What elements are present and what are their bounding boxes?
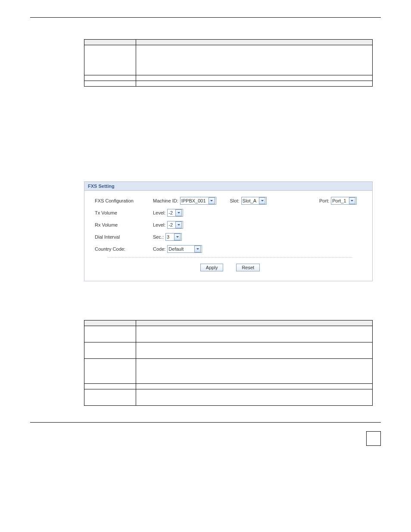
- apply-button[interactable]: Apply: [200, 264, 224, 271]
- port-label: Port:: [319, 198, 329, 203]
- top-r3-label: [84, 81, 136, 87]
- bottom-definition-table: [84, 320, 373, 406]
- tx-level-label: Level:: [153, 210, 165, 215]
- table-row: [84, 389, 373, 406]
- fxs-setting-panel: FXS Setting FXS Configuration Machine ID…: [84, 181, 373, 281]
- dial-sec-label: Sec.:: [153, 234, 164, 240]
- chevron-down-icon: [174, 233, 181, 240]
- fxs-tx-row: Tx Volume Level: -2: [95, 209, 365, 217]
- dial-interval-label: Dial Interval: [95, 234, 153, 240]
- port-value: Port_1: [332, 198, 348, 203]
- machine-id-label: Machine ID:: [153, 198, 178, 203]
- machine-id-select[interactable]: IPPBX_001: [180, 197, 216, 205]
- bot-r4-desc: [136, 384, 373, 389]
- bottom-table-header-1: [84, 320, 136, 326]
- tx-level-value: -2: [168, 210, 174, 215]
- top-divider: [30, 17, 381, 18]
- dial-sec-value: 3: [167, 234, 173, 240]
- bot-r3-desc: [136, 359, 373, 384]
- tx-level-select[interactable]: -2: [167, 209, 183, 217]
- chevron-down-icon: [349, 197, 355, 204]
- country-code-label: Country Code:: [95, 246, 153, 252]
- bot-r3-label: [84, 359, 136, 384]
- top-table-header-1: [84, 40, 136, 45]
- fxs-rx-row: Rx Volume Level: -2: [95, 221, 365, 229]
- table-row: [84, 75, 373, 81]
- chevron-down-icon: [259, 197, 265, 204]
- country-code-code-label: Code:: [153, 246, 165, 252]
- rx-level-select[interactable]: -2: [167, 221, 183, 229]
- country-code-select[interactable]: Default: [167, 245, 202, 253]
- table-row: [84, 326, 373, 342]
- top-r1-desc: [136, 45, 373, 75]
- bot-r2-desc: [136, 342, 373, 359]
- port-select[interactable]: Port_1: [331, 197, 356, 205]
- country-code-value: Default: [168, 246, 193, 252]
- slot-label: Slot:: [230, 198, 240, 203]
- bot-r5-desc: [136, 389, 373, 406]
- slot-select[interactable]: Slot_A: [241, 197, 267, 205]
- top-r3-desc: [136, 81, 373, 87]
- chevron-down-icon: [209, 197, 215, 204]
- fxs-config-label: FXS Configuration: [95, 198, 153, 203]
- page-number-box: [366, 431, 381, 446]
- top-r1-label: [84, 45, 136, 75]
- machine-id-value: IPPBX_001: [181, 198, 208, 203]
- bot-r4-label: [84, 384, 136, 389]
- chevron-down-icon: [175, 209, 182, 216]
- slot-value: Slot_A: [243, 198, 258, 203]
- bot-r5-label: [84, 389, 136, 406]
- rx-level-label: Level:: [153, 222, 165, 227]
- rx-level-value: -2: [168, 222, 174, 227]
- fxs-config-row: FXS Configuration Machine ID: IPPBX_001 …: [95, 197, 365, 205]
- top-definition-table: [84, 39, 373, 87]
- top-r2-label: [84, 75, 136, 81]
- chevron-down-icon: [175, 221, 182, 228]
- dial-sec-select[interactable]: 3: [165, 233, 182, 241]
- bot-r1-desc: [136, 326, 373, 342]
- top-table-header-2: [136, 40, 373, 45]
- table-row: [84, 384, 373, 389]
- table-row: [84, 342, 373, 359]
- fxs-dial-row: Dial Interval Sec.: 3: [95, 233, 365, 241]
- bot-r1-label: [84, 326, 136, 342]
- rx-volume-label: Rx Volume: [95, 222, 153, 227]
- reset-button[interactable]: Reset: [236, 264, 260, 271]
- tx-volume-label: Tx Volume: [95, 210, 153, 215]
- table-row: [84, 81, 373, 87]
- table-row: [84, 359, 373, 384]
- bottom-table-header-2: [136, 320, 373, 326]
- table-row: [84, 45, 373, 75]
- fxs-country-row: Country Code: Code: Default: [95, 245, 365, 253]
- fxs-panel-title: FXS Setting: [84, 182, 372, 191]
- bot-r2-label: [84, 342, 136, 359]
- top-r2-desc: [136, 75, 373, 81]
- fxs-divider: [108, 257, 352, 258]
- bottom-divider: [30, 422, 381, 423]
- chevron-down-icon: [194, 246, 201, 252]
